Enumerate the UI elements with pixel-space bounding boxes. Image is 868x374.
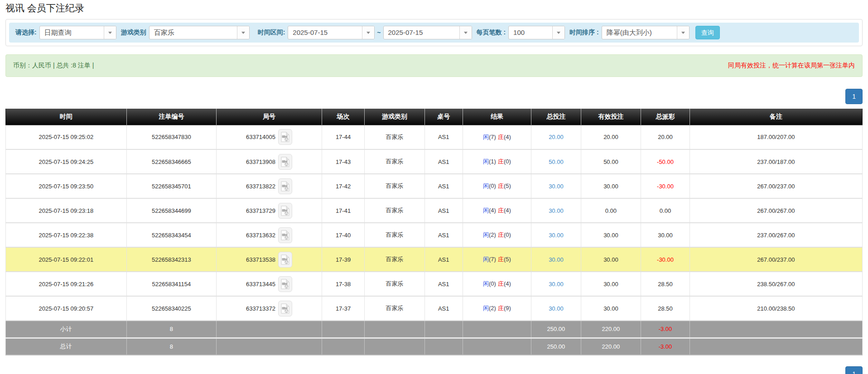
cell-total-bet: 30.00: [531, 296, 581, 321]
round-number: 633713729: [246, 207, 275, 214]
total-bet-link[interactable]: 50.00: [549, 158, 564, 165]
total-bet-link[interactable]: 30.00: [549, 183, 564, 190]
chevron-down-icon: [108, 32, 112, 34]
page-size-select[interactable]: 100: [508, 26, 565, 39]
video-icon: [281, 132, 289, 142]
cell-payout: 28.50: [641, 272, 690, 296]
result-banker-score: (4): [504, 280, 511, 287]
result-player-score: (7): [489, 256, 496, 263]
cell-remark: 210.00/238.50: [690, 296, 862, 321]
total-bet-link[interactable]: 30.00: [549, 256, 564, 263]
cell-total-bet: 50.00: [531, 149, 581, 174]
total-bet-link[interactable]: 30.00: [549, 281, 564, 288]
query-type-caret[interactable]: [104, 26, 116, 39]
sort-order-value[interactable]: 降幂(由大到小): [602, 26, 677, 39]
cell-bet-id: 522658340225: [126, 296, 217, 321]
search-button[interactable]: 查询: [695, 26, 720, 39]
cell-footer-label: 小计: [6, 321, 127, 338]
total-bet-link[interactable]: 30.00: [549, 305, 564, 312]
cell-empty: [463, 321, 531, 338]
chevron-down-icon: [557, 32, 560, 34]
cell-remark: 237.00/187.00: [690, 149, 862, 174]
cell-round: 633713822: [217, 174, 322, 198]
query-type-value[interactable]: 日期查询: [40, 26, 104, 39]
cell-bet-id: 522658343454: [126, 223, 217, 247]
cell-session: 17-41: [322, 198, 365, 223]
cell-session: 17-43: [322, 149, 365, 174]
result-banker-label: 庄: [498, 158, 504, 165]
video-replay-button[interactable]: [278, 203, 292, 219]
video-replay-button[interactable]: [278, 276, 292, 292]
game-type-value[interactable]: 百家乐: [149, 26, 237, 39]
date-from-value[interactable]: 2025-07-15: [288, 26, 362, 39]
cell-session: 17-40: [322, 223, 365, 247]
sort-order-caret[interactable]: [677, 26, 689, 39]
chevron-down-icon: [366, 32, 370, 34]
column-header: 备注: [690, 109, 862, 125]
cell-total-bet: 20.00: [531, 125, 581, 149]
subtotal-row: 小计8250.00220.00-3.00: [6, 321, 863, 338]
date-to-picker[interactable]: 2025-07-15: [383, 26, 472, 39]
result-player-score: (2): [489, 305, 496, 312]
cell-round: 633713372: [217, 296, 322, 321]
page-1-button[interactable]: 1: [845, 366, 863, 374]
cell-time: 2025-07-15 09:23:50: [6, 174, 127, 198]
cell-table-no: AS1: [424, 296, 463, 321]
column-header: 总派彩: [641, 109, 690, 125]
cell-footer-payout: -3.00: [641, 321, 690, 338]
cell-footer-total-bet: 250.00: [531, 321, 581, 338]
query-type-select[interactable]: 日期查询: [39, 26, 116, 39]
cell-footer-count: 8: [126, 321, 217, 338]
cell-valid-bet: 50.00: [581, 149, 641, 174]
video-replay-button[interactable]: [278, 227, 292, 243]
video-replay-button[interactable]: [278, 129, 292, 145]
cell-total-bet: 30.00: [531, 247, 581, 272]
table-row: 2025-07-15 09:23:50522658345701633713822…: [6, 174, 863, 198]
round-number: 633713822: [246, 183, 275, 190]
date-from-caret[interactable]: [362, 26, 374, 39]
column-header: 总投注: [531, 109, 581, 125]
cell-game-type: 百家乐: [365, 125, 424, 149]
total-bet-link[interactable]: 30.00: [549, 232, 564, 239]
cell-payout: -30.00: [641, 247, 690, 272]
cell-valid-bet: 30.00: [581, 272, 641, 296]
game-type-select[interactable]: 百家乐: [149, 26, 250, 39]
sort-order-label: 时间排序 :: [569, 29, 599, 37]
total-bet-link[interactable]: 20.00: [549, 134, 564, 140]
cell-session: 17-39: [322, 247, 365, 272]
result-banker-label: 庄: [498, 182, 504, 189]
round-number: 633713908: [246, 158, 275, 165]
column-header: 时间: [6, 109, 127, 125]
video-replay-button[interactable]: [278, 301, 292, 316]
cell-valid-bet: 30.00: [581, 223, 641, 247]
column-header: 局号: [217, 109, 322, 125]
result-player-label: 闲: [483, 182, 489, 189]
cell-payout: 0.00: [641, 198, 690, 223]
video-replay-button[interactable]: [278, 178, 292, 194]
date-to-caret[interactable]: [459, 26, 472, 39]
table-row: 2025-07-15 09:21:26522658341154633713445…: [6, 272, 863, 296]
result-banker-score: (5): [504, 182, 511, 189]
table-row: 2025-07-15 09:24:25522658346665633713908…: [6, 149, 863, 174]
total-bet-link[interactable]: 30.00: [549, 207, 564, 214]
pagination-bottom: 1: [5, 366, 863, 374]
game-type-caret[interactable]: [237, 26, 249, 39]
cell-round: 633713538: [217, 247, 322, 272]
page-1-button[interactable]: 1: [845, 89, 863, 104]
page-size-caret[interactable]: [552, 26, 564, 39]
video-replay-button[interactable]: [278, 252, 292, 268]
round-wrap: 633713538: [246, 252, 292, 268]
table-body: 2025-07-15 09:25:02522658347830633714005…: [6, 125, 863, 355]
sort-order-select[interactable]: 降幂(由大到小): [602, 26, 690, 39]
result-banker-label: 庄: [498, 134, 504, 140]
cell-table-no: AS1: [424, 272, 463, 296]
page-size-value[interactable]: 100: [509, 26, 552, 39]
date-from-picker[interactable]: 2025-07-15: [288, 26, 375, 39]
cell-bet-id: 522658347830: [126, 125, 217, 149]
video-replay-button[interactable]: [278, 154, 292, 170]
cell-valid-bet: 0.00: [581, 198, 641, 223]
result-banker-label: 庄: [498, 305, 504, 312]
date-to-value[interactable]: 2025-07-15: [384, 26, 459, 39]
game-type-label: 游戏类别: [121, 29, 146, 37]
summary-notice: 同局有效投注，统一计算在该局第一张注单内: [728, 62, 855, 70]
